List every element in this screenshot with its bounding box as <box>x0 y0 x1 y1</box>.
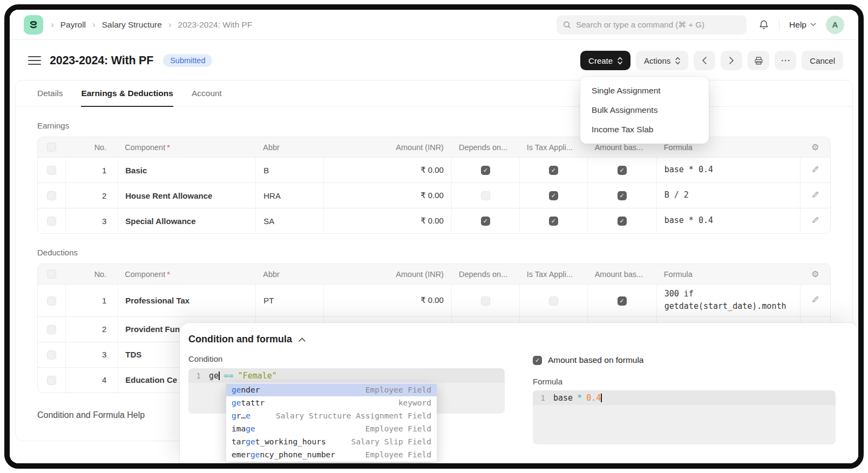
next-document-button[interactable] <box>721 51 742 70</box>
column-header-formula: Formula <box>656 264 801 284</box>
chevron-left-icon <box>702 57 707 64</box>
column-header-abbr: Abbr <box>255 264 323 284</box>
cell-component[interactable]: House Rent Allowance <box>117 183 255 208</box>
autocomplete-item[interactable]: target_working_hoursSalary Slip Field <box>226 435 437 448</box>
edit-row-button[interactable] <box>800 284 830 316</box>
search-input[interactable] <box>576 20 740 29</box>
tab-details[interactable]: Details <box>37 80 63 106</box>
cell-abbr[interactable]: SA <box>255 208 323 233</box>
cell-select <box>38 157 65 183</box>
cell-amount[interactable]: ₹ 0.00 <box>323 208 451 233</box>
grid-settings-gear-icon[interactable]: ⚙ <box>811 143 819 152</box>
cell-amount-based-on-formula: ✓ <box>587 208 656 233</box>
cell-abbr[interactable]: HRA <box>255 183 323 208</box>
notifications-bell-icon[interactable] <box>758 19 769 30</box>
edit-row-button[interactable] <box>800 208 830 233</box>
autocomplete-item-type: keyword <box>398 396 431 409</box>
column-header-depends-on: Depends on... <box>451 137 519 157</box>
previous-document-button[interactable] <box>694 51 715 70</box>
search-bar[interactable] <box>557 15 747 35</box>
edit-row-button[interactable] <box>800 157 830 183</box>
depends-on-checkbox[interactable] <box>481 191 490 200</box>
cell-formula[interactable]: 300 ifgetdate(start_date).month <box>656 284 801 316</box>
cell-component[interactable]: Special Allowance <box>117 208 255 233</box>
breadcrumb-item[interactable]: Salary Structure <box>102 20 162 30</box>
cell-row-number: 2 <box>65 316 117 342</box>
cell-select <box>38 183 65 208</box>
cell-formula[interactable]: base * 0.4 <box>656 157 801 183</box>
grid-settings-gear-icon[interactable]: ⚙ <box>811 269 819 279</box>
autocomplete-item[interactable]: genderEmployee Field <box>226 383 437 396</box>
cancel-button[interactable]: Cancel <box>802 51 843 70</box>
actions-button[interactable]: Actions <box>636 51 688 70</box>
print-button[interactable] <box>748 51 769 70</box>
row-select-checkbox[interactable] <box>47 350 56 360</box>
cell-is-tax-applicable: ✓ <box>519 157 587 183</box>
create-menu: Single AssignmentBulk AssignmentsIncome … <box>580 77 709 144</box>
tab-account[interactable]: Account <box>192 80 222 106</box>
create-menu-item[interactable]: Single Assignment <box>585 81 704 100</box>
amount-based-on-formula-checkbox[interactable]: ✓ <box>533 356 542 365</box>
amount-based-on-formula-checkbox[interactable]: ✓ <box>618 217 627 226</box>
cell-row-number: 1 <box>65 157 117 183</box>
autocomplete-item[interactable]: imageEmployee Field <box>226 422 437 435</box>
cell-amount[interactable]: ₹ 0.00 <box>323 284 451 316</box>
row-select-checkbox[interactable] <box>47 166 56 175</box>
autocomplete-item[interactable]: emergency_phone_numberEmployee Field <box>226 448 437 461</box>
tab-earnings-deductions[interactable]: Earnings & Deductions <box>81 80 173 106</box>
help-menu[interactable]: Help <box>789 20 816 30</box>
cell-amount[interactable]: ₹ 0.00 <box>323 157 451 183</box>
condition-label: Condition <box>188 354 222 363</box>
autocomplete-item-name: image <box>232 422 255 435</box>
depends-on-checkbox[interactable]: ✓ <box>481 166 490 175</box>
amount-based-on-formula-field[interactable]: ✓ Amount based on formula <box>533 355 836 365</box>
is-tax-applicable-checkbox[interactable]: ✓ <box>549 191 558 200</box>
amount-based-on-formula-checkbox[interactable]: ✓ <box>618 296 627 306</box>
autocomplete-item[interactable]: gr…eSalary Structure Assignment Field <box>226 409 437 422</box>
cell-select <box>38 342 65 367</box>
autocomplete-item-name: gender <box>232 383 260 396</box>
row-select-checkbox[interactable] <box>47 296 56 306</box>
column-header-component: Component* <box>117 264 255 284</box>
create-button[interactable]: Create <box>580 51 630 70</box>
cell-abbr[interactable]: PT <box>255 284 323 316</box>
breadcrumb-item[interactable]: Payroll <box>60 20 86 30</box>
amount-based-on-formula-checkbox[interactable]: ✓ <box>618 191 627 200</box>
user-avatar[interactable]: A <box>826 16 844 34</box>
create-menu-item[interactable]: Income Tax Slab <box>585 120 704 139</box>
panel-header[interactable]: Condition and formula <box>188 334 844 345</box>
cell-abbr[interactable]: B <box>255 157 323 183</box>
edit-row-button[interactable] <box>800 183 830 208</box>
is-tax-applicable-checkbox[interactable]: ✓ <box>549 217 558 226</box>
formula-code-editor[interactable]: 1 base*0.4 <box>533 390 836 444</box>
deductions-section-label: Deductions <box>37 248 831 257</box>
autocomplete-item[interactable]: getattrkeyword <box>226 396 437 409</box>
cell-component[interactable]: Basic <box>117 157 255 183</box>
cell-formula[interactable]: B / 2 <box>656 183 801 208</box>
more-options-button[interactable]: ⋯ <box>775 51 796 70</box>
depends-on-checkbox[interactable] <box>481 296 490 306</box>
cell-formula[interactable]: base * 0.4 <box>656 208 801 233</box>
cancel-button-label: Cancel <box>810 56 835 65</box>
is-tax-applicable-checkbox[interactable]: ✓ <box>549 166 558 175</box>
cell-amount[interactable]: ₹ 0.00 <box>323 183 451 208</box>
create-menu-item[interactable]: Bulk Assignments <box>585 100 704 120</box>
sidebar-toggle-icon[interactable] <box>28 56 41 65</box>
depends-on-checkbox[interactable]: ✓ <box>481 217 490 226</box>
app-logo[interactable] <box>24 15 43 35</box>
column-header-depends-on: Depends on... <box>451 264 519 284</box>
cell-depends-on <box>451 284 519 316</box>
formula-label: Formula <box>533 377 836 386</box>
cell-is-tax-applicable: ✓ <box>519 183 587 208</box>
column-header-is-tax-applicable: Is Tax Appli... <box>519 137 587 157</box>
select-all-checkbox[interactable] <box>47 269 56 279</box>
row-select-checkbox[interactable] <box>47 325 56 334</box>
earnings-table-row: 2House Rent AllowanceHRA₹ 0.00✓✓B / 2 <box>38 183 830 208</box>
cell-component[interactable]: Professional Tax <box>117 284 255 316</box>
row-select-checkbox[interactable] <box>47 376 56 385</box>
select-all-checkbox[interactable] <box>47 143 56 152</box>
amount-based-on-formula-checkbox[interactable]: ✓ <box>618 166 627 175</box>
row-select-checkbox[interactable] <box>47 191 56 200</box>
is-tax-applicable-checkbox[interactable] <box>549 296 558 306</box>
row-select-checkbox[interactable] <box>47 217 56 226</box>
